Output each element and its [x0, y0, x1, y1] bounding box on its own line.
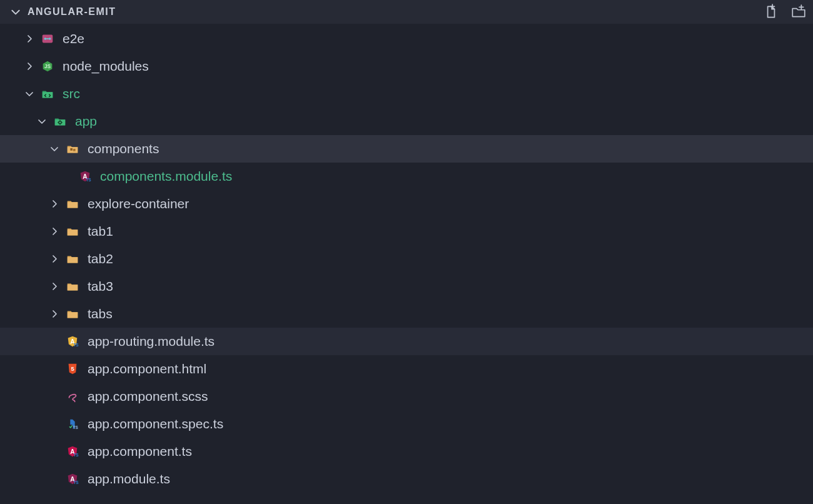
tree-row-tabs[interactable]: tabs	[0, 300, 813, 328]
tree-row-app-ts[interactable]: ATSapp.component.ts	[0, 438, 813, 465]
svg-text:TS: TS	[73, 425, 78, 430]
tree-label: app	[75, 114, 97, 129]
svg-text:TS: TS	[73, 453, 79, 457]
tree-row-explore[interactable]: explore-container	[0, 190, 813, 218]
folder-src-icon	[40, 86, 55, 101]
tree-row-components[interactable]: components	[0, 135, 813, 163]
svg-text:TS: TS	[73, 343, 79, 347]
tree-row-tab3[interactable]: tab3	[0, 273, 813, 300]
tree-row-e2e[interactable]: e2e	[0, 25, 813, 53]
tree-label: app.component.ts	[88, 444, 192, 459]
tree-row-components-module[interactable]: ATScomponents.module.ts	[0, 163, 813, 190]
tree-row-app-spec[interactable]: TSapp.component.spec.ts	[0, 410, 813, 438]
folder-icon	[65, 196, 80, 211]
svg-text:5: 5	[71, 366, 74, 372]
chevron-down-icon[interactable]	[34, 113, 50, 129]
tree-label: tabs	[88, 306, 113, 321]
folder-icon	[65, 306, 80, 321]
tree-label: explore-container	[88, 196, 189, 211]
folder-icon	[65, 224, 80, 239]
folder-e2e-icon	[40, 31, 55, 46]
file-ng-icon: ATS	[65, 444, 80, 459]
tree-label: tab2	[88, 251, 113, 266]
chevron-right-icon[interactable]	[21, 58, 38, 74]
chevron-right-icon[interactable]	[46, 223, 63, 239]
tree-row-app[interactable]: app	[0, 108, 813, 135]
chevron-right-icon[interactable]	[46, 196, 63, 212]
svg-text:TS: TS	[86, 178, 91, 182]
file-scss-icon	[65, 389, 80, 404]
tree-label: src	[63, 86, 80, 101]
svg-text:JS: JS	[44, 64, 51, 69]
tree-label: components.module.ts	[100, 169, 232, 184]
svg-rect-6	[73, 149, 76, 151]
new-file-icon[interactable]	[763, 4, 779, 20]
chevron-right-icon[interactable]	[21, 31, 38, 47]
file-ng-routing-icon: ATS	[65, 334, 80, 349]
svg-point-2	[49, 38, 51, 40]
tree-label: app.component.scss	[88, 389, 208, 404]
folder-app-icon	[53, 114, 68, 129]
new-folder-icon[interactable]	[790, 4, 807, 20]
file-ng-module-icon: ATS	[78, 169, 93, 184]
tree-label: app.module.ts	[88, 471, 170, 486]
panel-collapse-chevron-icon[interactable]	[10, 6, 21, 18]
folder-components-icon	[65, 141, 80, 156]
folder-node-icon: JS	[40, 59, 55, 74]
tree-row-tab1[interactable]: tab1	[0, 218, 813, 245]
tree-label: app-routing.module.ts	[88, 334, 215, 349]
chevron-right-icon[interactable]	[46, 306, 63, 322]
tree-row-app-scss[interactable]: app.component.scss	[0, 383, 813, 410]
chevron-right-icon[interactable]	[46, 251, 63, 267]
panel-header: ANGULAR-EMIT	[0, 0, 813, 24]
tree-label: node_modules	[63, 59, 149, 74]
panel-title: ANGULAR-EMIT	[28, 6, 116, 18]
chevron-down-icon[interactable]	[46, 141, 63, 157]
chevron-right-icon[interactable]	[46, 278, 63, 295]
folder-icon	[65, 251, 80, 266]
svg-rect-5	[70, 148, 73, 151]
tree-row-node_modules[interactable]: JSnode_modules	[0, 53, 813, 80]
tree-label: app.component.spec.ts	[88, 416, 223, 431]
tree-row-app-html[interactable]: 5app.component.html	[0, 355, 813, 383]
tree-row-app-module[interactable]: ATSapp.module.ts	[0, 465, 813, 493]
file-tree: e2eJSnode_modulessrcappcomponentsATScomp…	[0, 24, 813, 493]
folder-icon	[65, 279, 80, 294]
tree-label: components	[88, 141, 159, 156]
tree-label: app.component.html	[88, 361, 206, 376]
svg-point-1	[44, 38, 47, 40]
svg-text:TS: TS	[73, 480, 79, 485]
tree-row-app-routing[interactable]: ATSapp-routing.module.ts	[0, 328, 813, 355]
tree-label: tab1	[88, 224, 113, 239]
file-ng-module-icon: ATS	[65, 471, 80, 486]
tree-row-src[interactable]: src	[0, 80, 813, 108]
tree-label: tab3	[88, 279, 113, 294]
explorer-panel: ANGULAR-EMIT e2eJSnode_modulessrcappcomp…	[0, 0, 813, 504]
file-html-icon: 5	[65, 361, 80, 376]
file-spec-icon: TS	[65, 416, 80, 431]
tree-label: e2e	[63, 31, 84, 46]
tree-row-tab2[interactable]: tab2	[0, 245, 813, 273]
chevron-down-icon[interactable]	[21, 86, 38, 102]
